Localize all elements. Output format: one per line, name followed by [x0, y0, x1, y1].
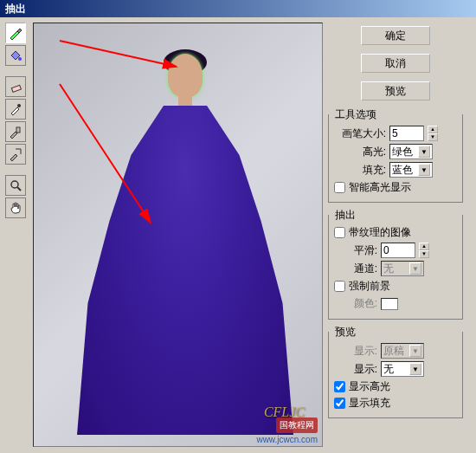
show-value: 原稿 [383, 344, 404, 359]
chevron-down-icon: ▼ [409, 345, 421, 357]
cleanup-icon [9, 125, 23, 139]
smooth-spinner[interactable]: ▲▼ [419, 243, 429, 258]
zoom-tool[interactable] [5, 175, 26, 196]
brush-size-spinner[interactable]: ▲▼ [428, 126, 438, 141]
force-fg-label: 强制前景 [349, 279, 390, 294]
show-fill-checkbox[interactable] [334, 398, 345, 409]
textured-checkbox[interactable] [334, 227, 345, 238]
color-label: 颜色: [334, 296, 377, 311]
show-fill-label: 显示填充 [349, 396, 390, 411]
show-highlight-label: 显示高光 [349, 379, 390, 394]
dialog-body: CFLJC 国教程网 www.jcwcn.com 确定 取消 预览 工具选项 画… [0, 17, 476, 452]
eyedropper-icon [9, 102, 23, 116]
brush-size-label: 画笔大小: [334, 126, 386, 141]
cleanup-tool[interactable] [5, 121, 26, 142]
textured-label: 带纹理的图像 [349, 225, 411, 240]
figure-dress [77, 106, 293, 435]
extracted-figure [77, 45, 293, 435]
extract-group: 抽出 带纹理的图像 平滑: ▲▼ 通道: 无▼ 强制前景 颜色: [328, 215, 463, 320]
preview-button[interactable]: 预览 [361, 81, 430, 100]
smooth-input[interactable] [381, 243, 415, 258]
svg-line-5 [17, 187, 21, 191]
smart-highlight-checkbox[interactable] [334, 182, 345, 193]
spin-up-icon[interactable]: ▲ [428, 126, 438, 133]
hand-icon [9, 201, 23, 215]
preview-group: 预览 显示: 原稿▼ 显示: 无▼ 显示高光 显示填充 [328, 332, 463, 418]
figure-head [168, 54, 203, 97]
svg-rect-3 [16, 127, 20, 133]
tool-options-group: 工具选项 画笔大小: ▲▼ 高光: 绿色▼ 填充: 蓝色▼ 智能高光显示 [328, 114, 463, 203]
group-title: 抽出 [332, 208, 358, 223]
highlighter-tool[interactable] [5, 23, 26, 43]
preview-canvas[interactable]: CFLJC 国教程网 www.jcwcn.com [33, 23, 323, 447]
toolbar [5, 23, 29, 447]
channel-value: 无 [383, 262, 394, 276]
svg-rect-1 [11, 85, 21, 92]
dialog-title: 抽出 [5, 2, 26, 16]
spin-down-icon[interactable]: ▼ [428, 133, 438, 141]
chevron-down-icon: ▼ [418, 146, 430, 158]
chevron-down-icon: ▼ [409, 262, 421, 275]
show-select: 原稿▼ [381, 343, 424, 359]
brush-size-input[interactable] [389, 126, 424, 141]
spin-up-icon[interactable]: ▲ [419, 243, 429, 250]
chevron-down-icon: ▼ [418, 164, 430, 176]
show-highlight-checkbox[interactable] [334, 381, 345, 392]
smooth-label: 平滑: [334, 243, 377, 258]
highlight-label: 高光: [334, 145, 386, 159]
display-select[interactable]: 无▼ [381, 361, 424, 377]
eraser-tool[interactable] [5, 76, 26, 97]
fill-tool[interactable] [5, 45, 26, 66]
show-label: 显示: [334, 344, 377, 359]
options-panel: 确定 取消 预览 工具选项 画笔大小: ▲▼ 高光: 绿色▼ 填充: 蓝色▼ 智… [326, 23, 465, 447]
force-fg-checkbox[interactable] [334, 281, 345, 292]
title-bar: 抽出 [0, 0, 476, 17]
fill-select[interactable]: 蓝色▼ [389, 162, 433, 178]
display-value: 无 [383, 362, 394, 377]
chevron-down-icon: ▼ [409, 363, 421, 375]
svg-point-4 [11, 181, 18, 188]
svg-point-2 [17, 104, 21, 107]
highlight-value: 绿色 [392, 145, 413, 159]
display-label: 显示: [334, 362, 377, 377]
fill-label: 填充: [334, 163, 386, 178]
channel-select: 无▼ [381, 261, 424, 276]
channel-label: 通道: [334, 262, 377, 276]
eyedropper-tool[interactable] [5, 99, 26, 120]
group-title: 预览 [332, 325, 358, 340]
hand-tool[interactable] [5, 197, 26, 218]
edge-tool[interactable] [5, 144, 26, 165]
cancel-button[interactable]: 取消 [361, 54, 430, 73]
spin-down-icon[interactable]: ▼ [419, 250, 429, 258]
fill-value: 蓝色 [392, 163, 413, 178]
edge-icon [9, 147, 23, 161]
site-url: www.jcwcn.com [256, 435, 318, 444]
ok-button[interactable]: 确定 [361, 26, 430, 45]
fill-icon [9, 49, 23, 62]
highlight-select[interactable]: 绿色▼ [389, 144, 433, 159]
group-title: 工具选项 [332, 107, 379, 122]
eraser-icon [9, 80, 23, 94]
svg-point-0 [18, 57, 22, 61]
smart-highlight-label: 智能高光显示 [349, 180, 411, 195]
color-swatch [381, 298, 398, 310]
highlighter-icon [9, 26, 23, 40]
zoom-icon [9, 178, 23, 192]
site-badge: 国教程网 [276, 417, 318, 433]
